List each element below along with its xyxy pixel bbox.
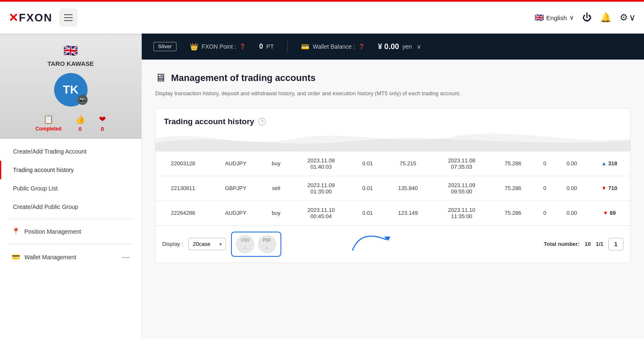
fxon-point-label: FXON Point : [202,43,236,50]
lot-size: 0.01 [351,176,384,201]
pt-value-item: 0 PT [259,43,274,50]
crown-icon: 👑 [190,43,198,51]
wave-decoration [156,126,630,151]
close-time: 2023.11.08 07:35:03 [432,151,492,176]
csv-download-button[interactable]: CSV ↓ [236,235,254,253]
camera-icon[interactable]: 📷 [78,95,88,105]
commission: 0.00 [555,201,588,225]
hamburger-line [64,14,73,15]
wallet-balance-label: Wallet Balance : [313,43,355,50]
uk-flag-icon: 🇬🇧 [535,14,544,21]
top-navigation: ✕ FXON 🇬🇧 English ∨ ⏻ 🔔 ⚙ ∨ [0,0,644,34]
close-time: 2023.11.10 11:35:00 [432,201,492,225]
main-layout: 🇬🇧 TARO KAWASE TK 📷 📋 Completed 👍 0 ❤ [0,34,644,339]
fxon-point-help-icon[interactable]: ❓ [239,44,246,50]
wallet-icon: 💳 [12,253,20,261]
currency-pair: AUDJPY [210,201,261,225]
language-label: English [546,14,567,21]
svg-marker-0 [384,237,390,241]
wallet-help-icon[interactable]: ❓ [358,44,365,50]
table-row: 22130811 GBPJPY sell 2023.11.09 01:35:00… [156,176,630,201]
pt-unit: PT [266,43,274,50]
current-page-number: 1 [614,241,618,248]
account-bar: Silver 👑 FXON Point : ❓ 0 PT 💳 Wallet Ba… [142,34,644,60]
section-help-icon[interactable]: ? [258,118,266,125]
commission: 0.00 [555,176,588,201]
sidebar-navigation: Create/Add Trading Account Trading accou… [0,139,141,271]
csv-download-icon: ↓ [244,243,247,250]
pdf-download-icon: ↓ [265,243,268,250]
pin-icon: 📍 [12,227,20,235]
stat-likes: 👍 0 [75,114,86,132]
total-number-value: 10 [584,241,590,247]
trade-direction: buy [261,151,291,176]
wallet-balance-item: 💳 Wallet Balance : ❓ [301,43,365,51]
down-arrow-icon: ▼ [601,185,607,191]
profit-loss: ▼ 89 [588,201,630,225]
open-price: 75.215 [384,151,432,176]
notification-button[interactable]: 🔔 [600,12,611,23]
page-info: 1/1 [596,241,603,247]
display-controls: Display : 20case 50case 100case [162,232,281,257]
heart-icon: ❤ [99,114,106,124]
pdf-label: PDF [263,238,271,243]
position-management-label: Position Management [24,228,81,235]
nav-divider-2 [8,244,133,244]
sidebar-flag-icon: 🇬🇧 [7,44,135,57]
hearts-count: 0 [101,126,104,132]
account-id: 22130811 [156,176,210,201]
display-count-select[interactable]: 20case 50case 100case [188,238,226,250]
logo-text: FXON [19,11,52,24]
pdf-download-button[interactable]: PDF ↓ [258,235,276,253]
display-label: Display : [162,241,183,247]
sidebar-item-trading-history[interactable]: Trading account history [0,161,141,179]
page-description: Display transaction history, deposit and… [155,89,631,98]
wallet-balance-icon: 💳 [301,43,309,51]
language-button[interactable]: 🇬🇧 English ∨ [535,14,574,21]
thumbs-up-icon: 👍 [75,114,86,124]
wallet-management-label: Wallet Management [24,254,76,261]
pt-value: 0 [259,43,263,50]
bell-icon: 🔔 [600,12,611,23]
currency-pair: GBPJPY [210,176,261,201]
settings-button[interactable]: ⚙ ∨ [620,12,636,23]
sidebar-item-wallet-management[interactable]: 💳 Wallet Management — [0,247,141,267]
hamburger-button[interactable] [59,8,78,27]
page-title: Management of trading accounts [171,73,316,83]
trading-history-table: 22003128 AUDJPY buy 2023.11.08 01:40:03 … [156,151,630,225]
avatar-wrapper: TK 📷 [54,73,88,107]
sidebar-item-create-public-group[interactable]: Create/Add Public Group [0,198,141,216]
balance-value-item: ¥ 0.00 yen ∨ [378,42,421,51]
swap: 0 [534,201,555,225]
silver-badge: Silver [153,42,177,51]
swap: 0 [534,176,555,201]
open-time: 2023.11.09 01:35:00 [291,176,351,201]
profit-loss: ▲ 318 [588,151,630,176]
lot-size: 0.01 [351,201,384,225]
sidebar-item-position-management[interactable]: 📍 Position Management [0,222,141,241]
sidebar-item-public-group-list[interactable]: Public Group List [0,179,141,198]
logo: ✕ FXON [8,11,52,25]
bar-divider [287,40,288,53]
pagination: Total number: 10 1/1 1 [544,238,623,250]
down-arrow-icon: ▼ [603,210,608,216]
close-time: 2023.11.09 09:55:00 [432,176,492,201]
nav-right: 🇬🇧 English ∨ ⏻ 🔔 ⚙ ∨ [535,12,636,23]
hamburger-line [64,20,73,21]
sidebar-item-create-trading-account[interactable]: Create/Add Trading Account [0,142,141,161]
balance-arrow-icon[interactable]: ∨ [417,43,421,50]
profit-loss: ▼ 710 [588,176,630,201]
close-price: 75.286 [491,201,534,225]
open-price: 135.840 [384,176,432,201]
balance-value: ¥ 0.00 [378,42,399,51]
open-time: 2023.11.08 01:40:03 [291,151,351,176]
power-button[interactable]: ⏻ [582,12,592,23]
nav-divider [8,219,133,219]
main-content: 🖥 Management of trading accounts Display… [142,60,644,339]
swap: 0 [534,151,555,176]
gear-icon: ⚙ [620,12,628,23]
account-id: 22264286 [156,201,210,225]
close-price: 75.286 [491,151,534,176]
chevron-down-icon: ∨ [569,14,574,21]
main-area: Silver 👑 FXON Point : ❓ 0 PT 💳 Wallet Ba… [142,34,644,339]
